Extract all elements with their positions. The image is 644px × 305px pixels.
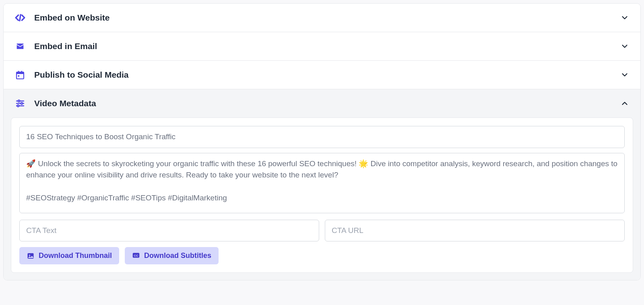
svg-rect-3 [18, 71, 19, 73]
sliders-icon [15, 98, 25, 109]
code-icon [15, 12, 25, 23]
svg-point-13 [29, 254, 30, 256]
svg-point-11 [17, 105, 19, 107]
row-left: Embed in Email [15, 41, 97, 52]
cta-text-input[interactable] [19, 220, 319, 242]
button-label: Download Subtitles [144, 251, 211, 260]
row-title: Embed on Website [34, 13, 109, 23]
accordion-row-embed-website[interactable]: Embed on Website [4, 4, 640, 32]
button-row: Download Thumbnail CC Download Subtitles [19, 247, 625, 264]
download-thumbnail-button[interactable]: Download Thumbnail [19, 247, 119, 264]
accordion-container: Embed on Website Embed in Email [3, 3, 641, 280]
cta-url-input[interactable] [325, 220, 625, 242]
row-left: Publish to Social Media [15, 70, 129, 80]
envelope-icon [15, 41, 25, 52]
video-description-textarea[interactable]: 🚀 Unlock the secrets to skyrocketing you… [19, 153, 625, 213]
accordion-row-embed-email[interactable]: Embed in Email [4, 32, 640, 61]
svg-point-7 [18, 100, 20, 102]
svg-line-0 [20, 14, 21, 21]
row-left: Embed on Website [15, 12, 109, 23]
chevron-down-icon [620, 70, 629, 79]
cc-icon: CC [132, 252, 140, 260]
cta-row [19, 220, 625, 242]
svg-rect-2 [17, 72, 24, 74]
image-icon [27, 252, 35, 260]
svg-rect-5 [18, 75, 20, 77]
calendar-icon [15, 70, 25, 80]
row-title: Publish to Social Media [34, 70, 129, 80]
svg-rect-4 [21, 71, 23, 73]
chevron-down-icon [620, 42, 629, 51]
video-metadata-body: 🚀 Unlock the secrets to skyrocketing you… [11, 117, 633, 273]
row-title: Video Metadata [34, 99, 96, 108]
button-label: Download Thumbnail [39, 251, 112, 260]
row-title: Embed in Email [34, 41, 97, 51]
svg-text:CC: CC [134, 253, 138, 257]
chevron-down-icon [620, 13, 629, 22]
accordion-row-publish-social[interactable]: Publish to Social Media [4, 61, 640, 89]
download-subtitles-button[interactable]: CC Download Subtitles [125, 247, 219, 264]
chevron-up-icon [620, 99, 629, 108]
video-metadata-body-wrap: 🚀 Unlock the secrets to skyrocketing you… [4, 117, 640, 280]
row-left: Video Metadata [15, 98, 96, 109]
video-title-input[interactable] [19, 126, 625, 148]
svg-point-9 [21, 103, 23, 104]
accordion-row-video-metadata[interactable]: Video Metadata [4, 89, 640, 117]
